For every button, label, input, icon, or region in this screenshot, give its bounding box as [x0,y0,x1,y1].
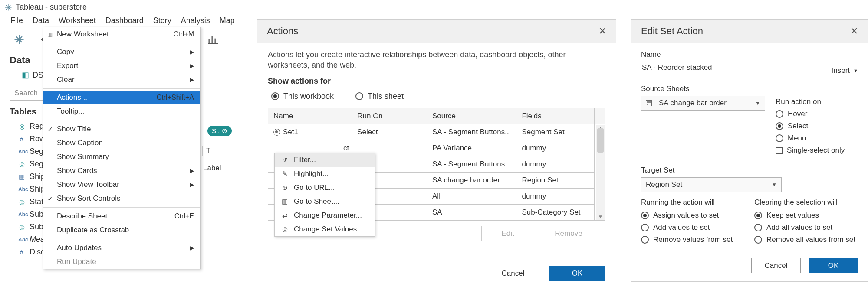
menu-describe-sheet[interactable]: Describe Sheet...Ctrl+E [43,209,200,223]
source-sheet-list[interactable] [641,111,765,153]
radio-icon [641,224,649,231]
menu-show-caption[interactable]: Show Caption [43,136,200,150]
menu-show-title[interactable]: ✓Show Title [43,122,200,136]
menu-analysis[interactable]: Analysis [181,16,210,25]
radio-icon [754,224,762,231]
target-set-select[interactable]: Region Set ▼ [641,177,782,192]
parameter-icon: ⇄ [281,212,289,219]
menu-dashboard[interactable]: Dashboard [105,16,144,25]
action-name-input[interactable]: SA - Reorder stacked [641,61,825,75]
table-row[interactable]: Set1 Select SA - Segment Buttons... Segm… [268,124,605,140]
set-action-icon [273,129,280,136]
menu-data[interactable]: Data [33,16,49,25]
tableau-logo-icon[interactable] [13,33,25,46]
tableau-main-window: Tableau - superstore File Data Worksheet… [0,0,245,293]
field-pill[interactable]: S.. ⊘ [207,126,232,136]
menu-filter-action[interactable]: ⧩ Filter... [275,153,375,167]
source-sheet-select[interactable]: SA change bar order ▼ [641,96,765,111]
menu-goto-sheet-action[interactable]: ▥ Go to Sheet... [275,195,375,208]
cancel-button[interactable]: Cancel [485,266,541,281]
menu-copy[interactable]: Copy▶ [43,45,200,59]
ok-button[interactable]: OK [549,266,605,281]
target-set-label: Target Set [641,166,858,175]
menu-actions[interactable]: Actions...Ctrl+Shift+A [43,91,200,104]
cancel-button[interactable]: Cancel [751,258,801,273]
close-icon[interactable]: ✕ [598,26,606,37]
radio-icon [641,212,649,219]
insert-button[interactable]: Insert ▼ [832,66,858,75]
menu-worksheet[interactable]: Worksheet [59,16,96,25]
radio-assign-values[interactable]: Assign values to set [641,211,745,220]
col-fields[interactable]: Fields [516,108,595,124]
menu-separator [43,207,200,208]
radio-add-values[interactable]: Add values to set [641,223,745,232]
radio-this-workbook[interactable]: This workbook [271,92,334,101]
show-actions-for-label: Show actions for [268,77,605,86]
running-action-label: Running the action will [641,198,745,207]
checkbox-icon [776,147,783,154]
submenu-arrow-icon: ▶ [190,168,194,174]
menu-auto-updates[interactable]: Auto Updates▶ [43,241,200,255]
number-icon: # [18,135,25,143]
col-run[interactable]: Run On [352,108,427,124]
radio-menu[interactable]: Menu [776,134,858,143]
menu-duplicate-crosstab[interactable]: Duplicate as Crosstab [43,223,200,237]
scroll-down-icon[interactable]: ▼ [596,214,605,220]
radio-this-sheet[interactable]: This sheet [355,92,404,101]
radio-keep-set[interactable]: Keep set values [754,211,858,220]
submenu-arrow-icon: ▶ [190,182,194,188]
bar-chart-icon[interactable] [207,33,219,46]
radio-select[interactable]: Select [776,122,858,130]
edit-button[interactable]: Edit [481,226,534,241]
menu-highlight-action[interactable]: ✎ Highlight... [275,167,375,181]
menu-show-sort-controls[interactable]: ✓Show Sort Controls [43,192,200,205]
menu-clear[interactable]: Clear▶ [43,73,200,87]
menu-show-cards[interactable]: Show Cards▶ [43,164,200,178]
globe-icon: ⊕ [281,184,289,192]
filter-icon: ⧩ [281,156,289,164]
name-label: Name [641,50,858,59]
dialog-titlebar: Edit Set Action ✕ [631,20,868,43]
data-tab-label[interactable]: Data [10,55,30,66]
dashboard-icon [646,100,652,106]
check-icon: ✓ [47,195,53,203]
highlight-icon: ✎ [281,170,289,178]
dialog-description: Actions let you create interactive relat… [268,49,605,71]
menu-file[interactable]: File [10,16,23,25]
radio-icon [271,92,279,100]
table-scrollbar[interactable]: ▲ ▼ [596,125,605,220]
set-icon: ◎ [18,223,25,231]
text-icon: Abc [18,237,25,243]
close-icon[interactable]: ✕ [850,26,858,37]
radio-add-all[interactable]: Add all values to set [754,223,858,232]
text-icon: Abc [18,212,25,218]
set-icon: ◎ [18,198,25,206]
menu-export[interactable]: Export▶ [43,59,200,73]
menu-change-parameter-action[interactable]: ⇄ Change Parameter... [275,208,375,222]
menu-map[interactable]: Map [220,16,235,25]
titlebar: Tableau - superstore [0,0,245,14]
number-icon: # [18,248,25,256]
menu-url-action[interactable]: ⊕ Go to URL... [275,181,375,195]
menu-story[interactable]: Story [153,16,171,25]
checkbox-single-select[interactable]: Single-select only [776,146,858,155]
menu-show-summary[interactable]: Show Summary [43,150,200,164]
scroll-thumb[interactable] [597,128,604,153]
ok-button[interactable]: OK [809,258,858,273]
radio-remove-values[interactable]: Remove values from set [641,235,745,244]
submenu-arrow-icon: ▶ [190,63,194,69]
remove-button[interactable]: Remove [542,226,595,241]
set-icon: ◎ [18,160,25,168]
chevron-down-icon: ▼ [755,100,760,106]
col-source[interactable]: Source [427,108,516,124]
radio-remove-all[interactable]: Remove all values from set [754,235,858,244]
marks-card-item[interactable]: T [202,146,214,156]
datasource-icon: ◧ [22,70,29,80]
menu-tooltip[interactable]: Tooltip... [43,104,200,118]
col-name[interactable]: Name [268,108,352,124]
menu-new-worksheet[interactable]: ▥ New Worksheet Ctrl+M [43,27,200,41]
radio-hover[interactable]: Hover [776,110,858,118]
menu-show-view-toolbar[interactable]: Show View Toolbar▶ [43,178,200,192]
menu-change-set-values-action[interactable]: ◎ Change Set Values... [275,222,375,236]
radio-icon [754,212,762,219]
